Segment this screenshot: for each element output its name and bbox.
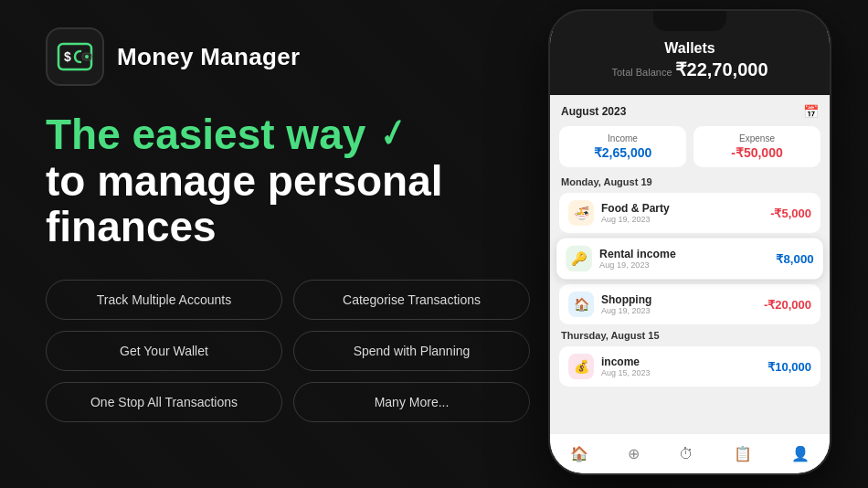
nav-wallet-icon[interactable]: 📋 bbox=[734, 445, 752, 462]
expense-card: Expense -₹50,000 bbox=[693, 126, 820, 167]
txn-name-income: income bbox=[601, 355, 767, 368]
txn-amount-income: ₹10,000 bbox=[767, 360, 811, 374]
svg-point-3 bbox=[85, 55, 89, 58]
wallet-title: Wallets bbox=[565, 40, 815, 57]
txn-date-rental: Aug 19, 2023 bbox=[599, 260, 776, 270]
day-section-1: Monday, August 19 bbox=[561, 176, 819, 187]
phone-body: August 2023 📅 Income ₹2,65,000 Expense -… bbox=[550, 95, 830, 455]
txn-info-income: income Aug 15, 2023 bbox=[601, 355, 767, 377]
phone-notch bbox=[653, 11, 726, 31]
feature-spend-planning[interactable]: Spend with Planning bbox=[293, 331, 530, 371]
nav-profile-icon[interactable]: 👤 bbox=[791, 445, 810, 462]
txn-date-shopping: Aug 19, 2023 bbox=[601, 306, 764, 315]
hero-line1: The easiest way ✓ bbox=[46, 111, 530, 158]
transaction-income[interactable]: 💰 income Aug 15, 2023 ₹10,000 bbox=[559, 346, 820, 387]
month-title: August 2023 bbox=[561, 105, 626, 118]
txn-date-food: Aug 19, 2023 bbox=[601, 215, 770, 224]
income-card: Income ₹2,65,000 bbox=[559, 126, 686, 167]
left-panel: $ Money Manager The easiest way ✓ to man… bbox=[27, 0, 548, 488]
phone-frame: Wallets Total Balance ₹22,70,000 August … bbox=[548, 9, 831, 475]
transaction-food-party[interactable]: 🍜 Food & Party Aug 19, 2023 -₹5,000 bbox=[559, 193, 820, 233]
income-expense-row: Income ₹2,65,000 Expense -₹50,000 bbox=[559, 126, 820, 167]
txn-date-income: Aug 15, 2023 bbox=[601, 368, 767, 377]
feature-wallet[interactable]: Get Your Wallet bbox=[46, 331, 282, 371]
hero-line3: finances bbox=[46, 204, 530, 250]
txn-name-food: Food & Party bbox=[601, 202, 770, 215]
txn-name-rental: Rental income bbox=[599, 248, 776, 260]
calendar-icon[interactable]: 📅 bbox=[803, 104, 819, 119]
transaction-rental[interactable]: 🔑 Rental income Aug 19, 2023 ₹8,000 bbox=[556, 239, 823, 280]
feature-many-more[interactable]: Many More... bbox=[293, 382, 530, 422]
feature-one-stop[interactable]: One Stop All Transactions bbox=[46, 382, 282, 422]
svg-text:$: $ bbox=[64, 49, 71, 64]
nav-home-icon[interactable]: 🏠 bbox=[570, 445, 588, 462]
txn-amount-rental: ₹8,000 bbox=[776, 251, 813, 265]
expense-amount: -₹50,000 bbox=[703, 145, 811, 160]
bottom-nav: 🏠 ⊕ ⏱ 📋 👤 bbox=[550, 433, 830, 473]
feature-categorise[interactable]: Categorise Transactions bbox=[293, 280, 530, 320]
phone-mockup: Wallets Total Balance ₹22,70,000 August … bbox=[548, 9, 850, 479]
features-grid: Track Multiple Accounts Categorise Trans… bbox=[46, 280, 530, 422]
balance-label: Total Balance ₹22,70,000 bbox=[565, 58, 815, 80]
food-icon: 🍜 bbox=[568, 200, 594, 226]
transaction-shopping[interactable]: 🏠 Shopping Aug 19, 2023 -₹20,000 bbox=[559, 284, 820, 324]
hero-line2: to manage personal bbox=[46, 158, 530, 205]
expense-label: Expense bbox=[703, 133, 811, 143]
balance-amount: ₹22,70,000 bbox=[675, 59, 768, 80]
txn-info-rental: Rental income Aug 19, 2023 bbox=[599, 248, 776, 270]
nav-chart-icon[interactable]: ⊕ bbox=[628, 445, 640, 462]
month-section-header: August 2023 📅 bbox=[559, 104, 820, 119]
hero-text: The easiest way ✓ to manage personal fin… bbox=[46, 111, 530, 250]
txn-amount-food: -₹5,000 bbox=[770, 207, 811, 220]
phone-content: Wallets Total Balance ₹22,70,000 August … bbox=[550, 31, 830, 473]
accent-mark: ✓ bbox=[371, 113, 409, 156]
txn-info-food: Food & Party Aug 19, 2023 bbox=[601, 202, 770, 224]
nav-clock-icon[interactable]: ⏱ bbox=[679, 446, 693, 462]
shopping-icon: 🏠 bbox=[568, 292, 594, 317]
income-amount: ₹2,65,000 bbox=[568, 145, 677, 160]
txn-amount-shopping: -₹20,000 bbox=[764, 298, 811, 312]
rental-icon: 🔑 bbox=[566, 246, 592, 272]
app-icon: $ bbox=[46, 27, 104, 86]
app-header: $ Money Manager bbox=[46, 27, 530, 86]
income-label: Income bbox=[568, 133, 677, 143]
txn-info-shopping: Shopping Aug 19, 2023 bbox=[601, 293, 764, 315]
app-name: Money Manager bbox=[117, 43, 300, 71]
txn-name-shopping: Shopping bbox=[601, 293, 764, 306]
feature-track-accounts[interactable]: Track Multiple Accounts bbox=[46, 280, 282, 320]
income-bag-icon: 💰 bbox=[568, 354, 594, 379]
wallet-header: Wallets Total Balance ₹22,70,000 bbox=[550, 31, 830, 95]
day-section-2: Thursday, August 15 bbox=[561, 330, 819, 341]
